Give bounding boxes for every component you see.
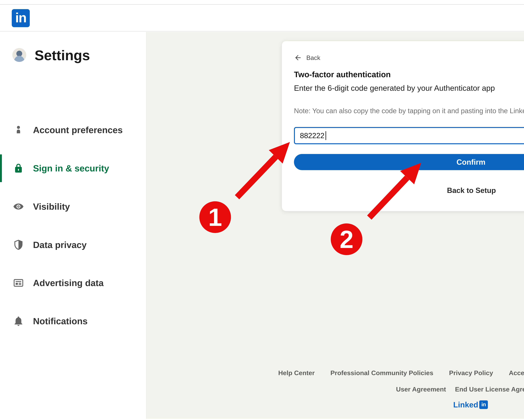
eye-icon: [13, 201, 24, 212]
sidebar-item-visibility[interactable]: Visibility: [0, 193, 146, 220]
linkedin-settings-page: in Settings Account preferences: [0, 0, 524, 420]
footer-links-row2: User Agreement End User License Agreemen…: [147, 384, 524, 394]
code-input[interactable]: 882222: [294, 127, 524, 144]
sidebar-item-label: Account preferences: [33, 116, 123, 144]
top-navigation-bar: in: [0, 5, 524, 31]
card-title: Two-factor authentication: [294, 69, 391, 80]
card-note: Note: You can also copy the code by tapp…: [294, 106, 524, 116]
annotation-step-1-badge: 1: [199, 201, 231, 233]
bell-icon: [13, 315, 24, 327]
settings-header: Settings: [0, 47, 146, 64]
profile-avatar[interactable]: [12, 48, 26, 62]
sidebar-item-label: Data privacy: [33, 231, 87, 259]
sidebar-item-notifications[interactable]: Notifications: [0, 307, 146, 335]
sidebar-item-data-privacy[interactable]: Data privacy: [0, 231, 146, 259]
text-caret: [325, 131, 326, 140]
settings-sidebar: Settings Account preferences Sign in & s…: [0, 32, 146, 420]
linkedin-wordmark: Linked: [453, 400, 478, 409]
back-label: Back: [306, 54, 320, 61]
footer-linkedin-logo: Linked in: [147, 399, 524, 410]
ad-data-icon: [13, 277, 24, 289]
shield-icon: [13, 239, 24, 250]
two-factor-card: Back Two-factor authentication Enter the…: [282, 41, 524, 211]
sidebar-item-account-preferences[interactable]: Account preferences: [0, 116, 146, 144]
linkedin-logo-icon[interactable]: in: [12, 9, 30, 27]
avatar-person-icon: [16, 51, 22, 56]
annotation-step-2-badge: 2: [331, 223, 362, 255]
sidebar-item-label: Visibility: [33, 193, 70, 220]
footer-link-user-agreement[interactable]: User Agreement: [396, 385, 446, 393]
footer-link-privacy-policy[interactable]: Privacy Policy: [449, 369, 493, 376]
back-to-setup-link[interactable]: Back to Setup: [282, 186, 524, 195]
back-button[interactable]: Back: [294, 54, 320, 62]
sidebar-item-label: Advertising data: [33, 269, 104, 297]
avatar-person-icon: [14, 56, 25, 62]
sidebar-item-sign-in-security[interactable]: Sign in & security: [0, 154, 146, 182]
code-input-value: 882222: [300, 128, 324, 143]
card-subtitle: Enter the 6-digit code generated by your…: [294, 82, 495, 94]
lock-icon: [13, 162, 24, 174]
person-icon: [13, 124, 24, 136]
sidebar-item-label: Sign in & security: [33, 154, 109, 182]
footer-link-end-user-license-agreement[interactable]: End User License Agreement: [455, 385, 524, 393]
page-title: Settings: [35, 47, 90, 64]
sidebar-item-label: Notifications: [33, 307, 87, 335]
active-item-indicator: [0, 154, 2, 182]
linkedin-logo-icon: in: [479, 400, 488, 409]
footer-link-help-center[interactable]: Help Center: [278, 369, 315, 376]
footer-link-professional-community-policies[interactable]: Professional Community Policies: [331, 369, 433, 376]
footer-link-accessibility[interactable]: Accessibility: [509, 369, 524, 376]
footer-links-row1: Help Center Professional Community Polic…: [147, 368, 524, 378]
sidebar-item-advertising-data[interactable]: Advertising data: [0, 269, 146, 297]
arrow-left-icon: [294, 54, 302, 62]
confirm-button[interactable]: Confirm: [294, 154, 524, 170]
